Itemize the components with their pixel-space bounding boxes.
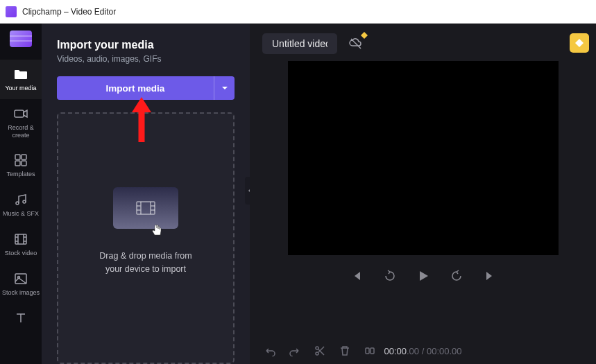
folder-icon	[13, 67, 28, 82]
import-panel: Import your media Videos, audio, images,…	[42, 24, 250, 364]
import-media-button[interactable]: Import media	[57, 76, 214, 100]
sidebar-item-templates[interactable]: Templates	[0, 146, 42, 185]
title-bar: Clipchamp – Video Editor	[0, 0, 596, 24]
image-icon	[13, 271, 28, 286]
svg-rect-2	[22, 155, 26, 159]
film-icon	[13, 232, 28, 247]
svg-rect-3	[15, 161, 20, 166]
music-icon	[13, 192, 28, 207]
diamond-icon	[361, 32, 368, 39]
film-strip-icon	[136, 201, 155, 215]
timeline-toolbar: 00:00.00 / 00:00.00	[250, 338, 596, 364]
skip-forward-icon	[484, 270, 495, 281]
video-container	[250, 61, 596, 338]
sidebar-item-label: Templates	[6, 171, 35, 178]
undo-button[interactable]	[262, 343, 278, 358]
svg-point-5	[16, 202, 19, 205]
media-dropzone[interactable]: Drag & drop media fromyour device to imp…	[57, 112, 235, 364]
preview-area: 00:00.00 / 00:00.00	[250, 24, 596, 364]
svg-rect-4	[22, 161, 26, 166]
sidebar-item-your-media[interactable]: Your media	[0, 60, 42, 99]
svg-marker-16	[132, 97, 151, 112]
trash-icon	[339, 345, 350, 356]
sidebar-item-music[interactable]: Music & SFX	[0, 185, 42, 225]
svg-rect-14	[371, 348, 374, 354]
play-button[interactable]	[414, 266, 433, 286]
redo-button[interactable]	[287, 343, 303, 358]
split-button[interactable]	[362, 343, 377, 358]
panel-subtitle: Videos, audio, images, GIFs	[57, 54, 235, 64]
time-display: 00:00.00 / 00:00.00	[384, 346, 461, 356]
svg-point-11	[316, 352, 318, 355]
premium-button[interactable]	[570, 33, 589, 53]
forward-button[interactable]	[447, 266, 466, 286]
svg-rect-10	[137, 202, 155, 214]
skip-start-button[interactable]	[347, 266, 366, 286]
svg-rect-7	[15, 234, 26, 244]
templates-icon	[13, 153, 28, 168]
sidebar-item-stock-video[interactable]: Stock video	[0, 225, 42, 264]
sidebar-item-stock-images[interactable]: Stock images	[0, 264, 42, 304]
play-icon	[417, 270, 429, 282]
forward-icon	[450, 270, 463, 282]
svg-rect-1	[15, 155, 20, 159]
sidebar-item-label: Music & SFX	[3, 210, 39, 218]
skip-end-button[interactable]	[480, 266, 500, 286]
scissors-icon	[314, 345, 325, 356]
app-logo[interactable]	[10, 31, 32, 47]
sidebar-item-label: Your media	[5, 85, 36, 92]
diamond-icon	[574, 38, 584, 48]
rewind-icon	[384, 270, 396, 282]
svg-point-12	[316, 347, 318, 349]
remove-background-button[interactable]	[346, 33, 366, 54]
app-icon	[6, 6, 17, 17]
camera-icon	[13, 106, 28, 121]
sidebar: Your media Record & create Templates Mus…	[0, 24, 42, 364]
dropzone-text: Drag & drop media fromyour device to imp…	[99, 250, 191, 276]
redo-icon	[289, 345, 300, 356]
sidebar-item-label: Stock images	[2, 289, 40, 297]
panel-title: Import your media	[57, 39, 235, 51]
svg-point-6	[23, 200, 26, 203]
app-title: Clipchamp – Video Editor	[22, 7, 116, 17]
delete-button[interactable]	[337, 343, 352, 358]
chevron-down-icon	[221, 86, 228, 90]
video-canvas[interactable]	[288, 61, 559, 255]
skip-back-icon	[351, 270, 362, 281]
sidebar-item-label: Record & create	[1, 124, 40, 139]
rewind-button[interactable]	[380, 266, 400, 286]
split-icon	[364, 345, 375, 356]
video-title-input[interactable]	[262, 33, 337, 54]
undo-icon	[264, 345, 275, 356]
cut-button[interactable]	[312, 343, 327, 358]
import-dropdown-button[interactable]	[214, 76, 235, 100]
sidebar-item-record[interactable]: Record & create	[0, 99, 42, 146]
sidebar-item-label: Stock video	[5, 250, 37, 257]
text-icon	[13, 311, 28, 326]
svg-rect-13	[366, 348, 369, 354]
sidebar-item-text[interactable]	[0, 304, 42, 336]
cloud-off-icon	[349, 37, 363, 51]
annotation-arrow	[132, 97, 160, 146]
preview-header	[250, 24, 596, 61]
svg-rect-0	[15, 110, 24, 117]
hand-cursor-icon	[149, 223, 164, 239]
dropzone-thumbnail	[113, 187, 178, 229]
